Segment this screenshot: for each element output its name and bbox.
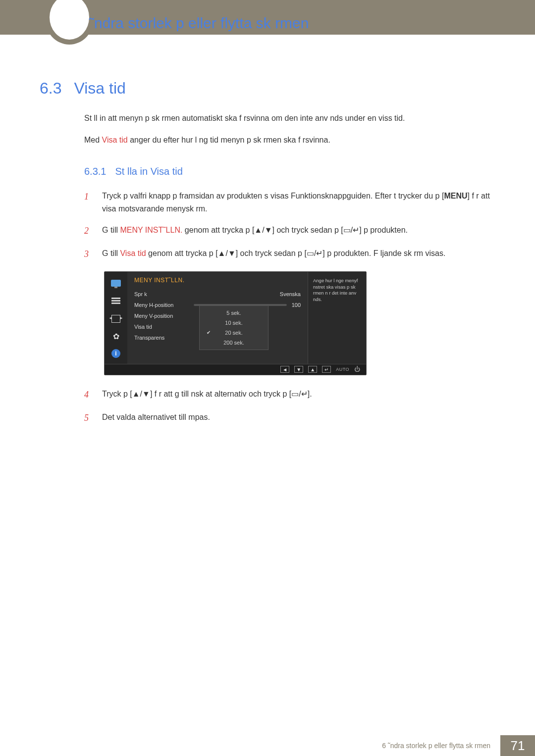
picture-icon bbox=[110, 278, 122, 289]
step-number: 5 bbox=[84, 411, 91, 425]
page-footer: 6 ˜ndra storlek p eller flytta sk rmen 7… bbox=[0, 735, 535, 756]
left-icon: ◄ bbox=[280, 366, 289, 373]
step-1: 1 Tryck p valfri knapp p framsidan av pr… bbox=[84, 190, 495, 215]
keyword-visa-tid: Visa tid bbox=[120, 249, 146, 257]
step-number: 3 bbox=[84, 247, 91, 261]
info-icon: i bbox=[111, 349, 120, 358]
osd-bottom-bar: ◄ ▼ ▲ ↵ AUTO ⏻ bbox=[105, 364, 366, 375]
step-3: 3 G till Visa tid genom att trycka p [▲/… bbox=[84, 247, 495, 261]
osd-main-panel: MENY INST˜LLN. Spr k Svenska Meny H-posi… bbox=[127, 272, 308, 364]
chapter-badge-icon bbox=[45, 0, 94, 45]
step-2: 2 G till MENY INST˜LLN. genom att trycka… bbox=[84, 224, 495, 238]
step-number: 1 bbox=[84, 190, 91, 204]
nav-enter-icon: ▭/↵ bbox=[291, 390, 307, 398]
subsection-heading: 6.3.1 St lla in Visa tid bbox=[84, 166, 495, 177]
auto-label: AUTO bbox=[336, 367, 349, 372]
osd-label: Transparens bbox=[134, 335, 194, 341]
gear-icon: ✿ bbox=[110, 331, 122, 342]
osd-row-sprak: Spr k Svenska bbox=[134, 289, 301, 300]
section-number: 6.3 bbox=[40, 79, 61, 98]
osd-label: Visa tid bbox=[134, 324, 194, 330]
nav-enter-icon: ▭/↵ bbox=[307, 249, 322, 257]
step-body: Tryck p [▲/▼] f r att g till nsk at alte… bbox=[102, 388, 495, 401]
step-number: 2 bbox=[84, 224, 91, 238]
enter-icon: ↵ bbox=[322, 366, 331, 373]
osd-label: Meny H-position bbox=[134, 302, 194, 308]
keyword-visa-tid: Visa tid bbox=[102, 136, 128, 144]
content-area: 6.3 Visa tid St ll in att menyn p sk rme… bbox=[40, 79, 495, 434]
osd-screenshot: ✿ i MENY INST˜LLN. Spr k Svenska Meny H-… bbox=[104, 271, 495, 375]
step-5: 5 Det valda alternativet till mpas. bbox=[84, 411, 495, 425]
nav-enter-icon: ▭/↵ bbox=[343, 226, 359, 234]
footer-page-number: 71 bbox=[500, 735, 535, 756]
section-title: Visa tid bbox=[74, 79, 125, 98]
keyword-meny-installn: MENY INST˜LLN. bbox=[120, 226, 182, 234]
intro-line-2: Med Visa tid anger du efter hur l ng tid… bbox=[84, 134, 495, 146]
osd-label: Meny V-position bbox=[134, 313, 194, 319]
step-body: G till Visa tid genom att trycka p [▲/▼]… bbox=[102, 247, 495, 260]
steps-list-continued: 4 Tryck p [▲/▼] f r att g till nsk at al… bbox=[84, 388, 495, 425]
down-icon: ▼ bbox=[294, 366, 303, 373]
resize-icon bbox=[110, 313, 122, 324]
subsection-number: 6.3.1 bbox=[84, 166, 106, 177]
list-icon bbox=[110, 296, 122, 306]
osd-sidebar: ✿ i bbox=[105, 272, 127, 364]
power-icon: ⏻ bbox=[354, 366, 360, 373]
updown-icon: ▲/▼ bbox=[132, 390, 150, 398]
step-body: Det valda alternativet till mpas. bbox=[102, 411, 495, 424]
osd-value: 100 bbox=[292, 302, 301, 308]
section-heading: 6.3 Visa tid bbox=[40, 79, 495, 98]
up-icon: ▲ bbox=[308, 366, 317, 373]
step-body: Tryck p valfri knapp p framsidan av prod… bbox=[102, 190, 495, 215]
step-4: 4 Tryck p [▲/▼] f r att g till nsk at al… bbox=[84, 388, 495, 402]
updown-icon: ▲/▼ bbox=[218, 249, 236, 257]
osd-help-text: Ange hur l nge menyf nstret ska visas p … bbox=[308, 272, 366, 364]
section-intro: St ll in att menyn p sk rmen automatiskt… bbox=[84, 112, 495, 146]
intro-line-1: St ll in att menyn p sk rmen automatiskt… bbox=[84, 112, 495, 124]
updown-icon: ▲/▼ bbox=[254, 226, 272, 234]
step-number: 4 bbox=[84, 388, 91, 402]
osd-option-selected: 20 sek. bbox=[200, 328, 268, 338]
footer-chapter-text: 6 ˜ndra storlek p eller flytta sk rmen bbox=[382, 735, 500, 756]
osd-window: ✿ i MENY INST˜LLN. Spr k Svenska Meny H-… bbox=[104, 271, 367, 375]
osd-label: Spr k bbox=[134, 291, 194, 297]
chapter-title: ˜ndra storlek p eller flytta sk rmen bbox=[89, 15, 309, 32]
menu-button-label: MENU bbox=[444, 192, 467, 200]
osd-option: 200 sek. bbox=[200, 338, 268, 348]
osd-option: 5 sek. bbox=[200, 308, 268, 318]
osd-value: Svenska bbox=[194, 291, 301, 297]
osd-option: 10 sek. bbox=[200, 318, 268, 328]
steps-list: 1 Tryck p valfri knapp p framsidan av pr… bbox=[84, 190, 495, 261]
subsection-title: St lla in Visa tid bbox=[115, 166, 182, 177]
step-body: G till MENY INST˜LLN. genom att trycka p… bbox=[102, 224, 495, 237]
osd-dropdown: 5 sek. 10 sek. 20 sek. 200 sek. bbox=[199, 305, 268, 350]
osd-heading: MENY INST˜LLN. bbox=[134, 277, 301, 284]
